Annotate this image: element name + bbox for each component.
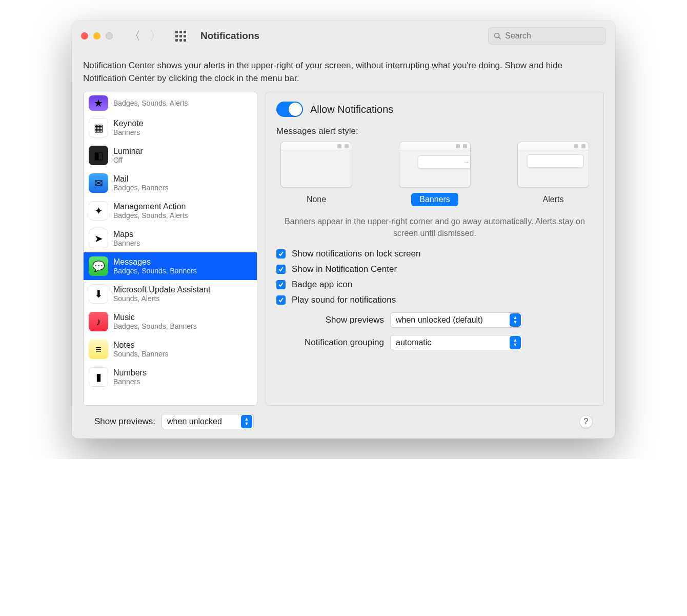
svg-point-0 — [495, 33, 499, 38]
grouping-label: Notification grouping — [276, 337, 384, 348]
alert-style-alerts[interactable]: Alerts — [517, 142, 589, 206]
alert-style-description: Banners appear in the upper-right corner… — [281, 215, 588, 239]
check-center-row: Show in Notification Center — [276, 264, 593, 274]
show-previews-row: Show previews when unlocked (default) — [276, 312, 593, 328]
nav-arrows: 〈 〉 — [129, 28, 161, 44]
style-thumb-none — [280, 142, 352, 188]
check-lockscreen-label: Show notifications on lock screen — [292, 249, 420, 259]
app-item-mail[interactable]: ✉MailBadges, Banners — [84, 169, 257, 197]
allow-notifications-label: Allow Notifications — [310, 104, 393, 115]
app-item-text: Badges, Sounds, Alerts — [113, 99, 188, 108]
app-item-text: LuminarOff — [113, 146, 143, 165]
check-badge-row: Badge app icon — [276, 280, 593, 290]
select-stepper-icon — [241, 415, 252, 428]
app-item-text: NumbersBanners — [113, 368, 147, 386]
app-sub: Badges, Sounds, Banners — [113, 322, 197, 331]
alert-style-banners[interactable]: → Banners — [399, 142, 471, 206]
footer: Show previews: when unlocked ? — [83, 406, 604, 429]
show-previews-select[interactable]: when unlocked (default) — [390, 312, 522, 328]
content: Notification Center shows your alerts in… — [72, 51, 615, 439]
luminar-icon: ◧ — [89, 146, 108, 165]
check-lockscreen[interactable] — [276, 249, 286, 259]
alert-style-none[interactable]: None — [280, 142, 352, 206]
style-label-alerts: Alerts — [535, 193, 572, 206]
app-item-music[interactable]: ♪MusicBadges, Sounds, Banners — [84, 308, 257, 335]
check-lockscreen-row: Show notifications on lock screen — [276, 249, 593, 259]
alert-style-heading: Messages alert style: — [276, 126, 593, 136]
app-sub: Sounds, Alerts — [113, 294, 210, 303]
app-item-text: MailBadges, Banners — [113, 174, 168, 192]
allow-notifications-row: Allow Notifications — [276, 102, 593, 117]
app-item-luminar[interactable]: ◧LuminarOff — [84, 142, 257, 169]
show-previews-label: Show previews — [276, 315, 384, 325]
style-label-none: None — [298, 193, 334, 206]
search-icon — [494, 32, 501, 40]
allow-notifications-toggle[interactable] — [276, 102, 303, 117]
app-sub: Badges, Sounds, Banners — [113, 267, 197, 275]
preferences-window: 〈 〉 Notifications Notification Center sh… — [72, 21, 615, 439]
app-item-maps[interactable]: ➤MapsBanners — [84, 225, 257, 252]
notes-icon: ≡ — [89, 340, 108, 359]
app-item-management-action[interactable]: ✦Management ActionBadges, Sounds, Alerts — [84, 197, 257, 225]
app-item-text: MapsBanners — [113, 229, 140, 248]
app-item-text: Management ActionBadges, Sounds, Alerts — [113, 202, 188, 220]
app-name: Management Action — [113, 202, 188, 211]
search-input[interactable] — [505, 31, 600, 41]
minimize-window-button[interactable] — [93, 32, 100, 39]
star-icon: ★ — [89, 95, 108, 111]
maps-icon: ➤ — [89, 229, 108, 248]
check-sound[interactable] — [276, 295, 286, 305]
search-field-wrap[interactable] — [488, 27, 606, 45]
check-center[interactable] — [276, 265, 286, 274]
grouping-select[interactable]: automatic — [390, 335, 522, 350]
app-sub: Banners — [113, 377, 147, 386]
music-icon: ♪ — [89, 312, 108, 331]
back-button[interactable]: 〈 — [129, 28, 140, 44]
app-item-top[interactable]: ★Badges, Sounds, Alerts — [84, 92, 257, 114]
check-sound-row: Play sound for notifications — [276, 295, 593, 305]
intro-text: Notification Center shows your alerts in… — [83, 59, 604, 85]
keynote-icon: ▦ — [89, 118, 108, 137]
app-item-text: NotesSounds, Banners — [113, 340, 168, 359]
app-item-numbers[interactable]: ▮NumbersBanners — [84, 363, 257, 391]
app-name: Music — [113, 312, 197, 322]
window-controls — [81, 32, 113, 39]
app-name: Mail — [113, 174, 168, 184]
grouping-row: Notification grouping automatic — [276, 335, 593, 350]
check-badge[interactable] — [276, 280, 286, 289]
page-title: Notifications — [200, 30, 259, 42]
messages-icon: 💬 — [89, 256, 108, 276]
style-label-banners: Banners — [411, 193, 458, 206]
app-item-text: KeynoteBanners — [113, 118, 144, 137]
msupdate-icon: ⬇ — [89, 284, 108, 304]
app-item-keynote[interactable]: ▦KeynoteBanners — [84, 114, 257, 142]
forward-button: 〉 — [150, 28, 161, 44]
app-name: Microsoft Update Assistant — [113, 285, 210, 294]
numbers-icon: ▮ — [89, 367, 108, 387]
app-sub: Sounds, Banners — [113, 350, 168, 359]
app-list[interactable]: ★Badges, Sounds, Alerts▦KeynoteBanners◧L… — [83, 92, 257, 406]
app-sub: Banners — [113, 128, 144, 137]
app-item-text: MusicBadges, Sounds, Banners — [113, 312, 197, 331]
app-item-text: MessagesBadges, Sounds, Banners — [113, 257, 197, 275]
select-stepper-icon — [510, 313, 521, 327]
app-item-messages[interactable]: 💬MessagesBadges, Sounds, Banners — [84, 252, 257, 280]
close-window-button[interactable] — [81, 32, 88, 39]
zoom-window-button — [106, 32, 113, 39]
app-item-microsoft-update-assistant[interactable]: ⬇Microsoft Update AssistantSounds, Alert… — [84, 280, 257, 308]
app-item-text: Microsoft Update AssistantSounds, Alerts — [113, 285, 210, 303]
check-badge-label: Badge app icon — [292, 280, 352, 290]
app-sub: Off — [113, 156, 143, 165]
app-sub: Banners — [113, 239, 140, 248]
footer-previews-select[interactable]: when unlocked — [161, 414, 254, 429]
titlebar: 〈 〉 Notifications — [72, 21, 615, 51]
detail-pane: Allow Notifications Messages alert style… — [266, 92, 604, 406]
style-thumb-banners: → — [399, 142, 471, 188]
alert-style-row: None → Banners Alerts — [276, 142, 593, 206]
app-item-notes[interactable]: ≡NotesSounds, Banners — [84, 335, 257, 363]
app-sub: Badges, Sounds, Alerts — [113, 99, 188, 108]
show-all-icon[interactable] — [175, 31, 186, 42]
app-name: Numbers — [113, 368, 147, 377]
select-stepper-icon — [510, 336, 521, 349]
help-button[interactable]: ? — [579, 415, 593, 428]
